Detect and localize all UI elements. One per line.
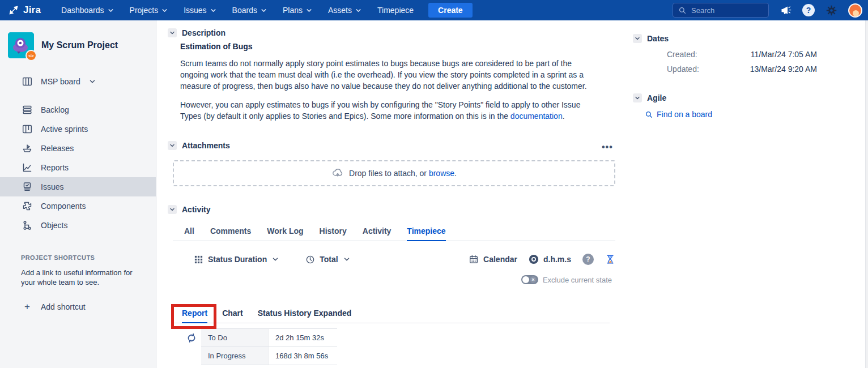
activity-section-header[interactable]: Activity	[168, 205, 211, 214]
megaphone-icon[interactable]	[780, 5, 792, 16]
nav-projects[interactable]: Projects	[130, 6, 169, 15]
nav-plans[interactable]: Plans	[283, 6, 313, 15]
duration-cell: 168d 3h 8m 56s	[268, 347, 337, 365]
search-icon	[678, 6, 687, 15]
cloud-upload-icon	[331, 167, 344, 179]
attachment-dropzone[interactable]: Drop files to attach, or browse.	[173, 160, 615, 186]
attachments-more-icon[interactable]: •••	[602, 142, 613, 152]
project-header: <> My Scrum Project	[0, 20, 156, 64]
search-icon	[645, 110, 653, 119]
tab-history[interactable]: History	[320, 226, 347, 241]
sidebar-item-reports[interactable]: Reports	[0, 158, 156, 177]
dates-section-header[interactable]: Dates	[633, 34, 669, 43]
global-search[interactable]	[673, 3, 769, 18]
chevron-down-icon	[107, 7, 114, 14]
chevron-down-icon	[305, 7, 313, 14]
issues-icon	[22, 181, 33, 192]
sidebar-item-issues[interactable]: Issues	[0, 177, 156, 196]
chart-icon	[22, 162, 33, 173]
board-selector[interactable]: MSP board	[0, 72, 156, 91]
nav-assets[interactable]: Assets	[328, 6, 362, 15]
tab-activity[interactable]: Activity	[363, 226, 392, 241]
table-row: To Do 2d 2h 15m 32s	[201, 329, 337, 347]
updated-date-row: Updated: 13/Mar/24 9:20 AM	[667, 65, 817, 74]
jira-logo[interactable]: Jira	[8, 5, 41, 16]
gear-icon[interactable]	[826, 5, 837, 16]
tab-chart[interactable]: Chart	[222, 309, 243, 323]
timepiece-report-tabs: Report Chart Status History Expanded	[173, 309, 610, 323]
refresh-icon[interactable]	[186, 332, 197, 346]
find-on-board-link[interactable]: Find on a board	[645, 110, 712, 119]
project-sidebar: <> My Scrum Project MSP board Backlog Ac…	[0, 20, 156, 368]
project-avatar: <>	[8, 32, 34, 58]
chevron-down-icon	[88, 78, 96, 85]
collapse-chevron-icon[interactable]	[168, 28, 177, 37]
sidebar-item-active-sprints[interactable]: Active sprints	[0, 119, 156, 139]
calendar-button[interactable]: Calendar	[469, 254, 517, 264]
sprints-icon	[22, 123, 33, 135]
view-selector-dropdown[interactable]: Status Duration	[194, 255, 279, 264]
puzzle-icon	[22, 200, 33, 212]
exclude-current-state-row: × Exclude current state	[173, 275, 612, 284]
tab-work-log[interactable]: Work Log	[267, 226, 303, 241]
attachments-section-header[interactable]: Attachments	[168, 141, 230, 150]
scrollbar[interactable]	[865, 20, 868, 368]
user-avatar[interactable]	[848, 3, 862, 18]
browse-link[interactable]: browse	[429, 169, 454, 178]
calendar-icon	[469, 254, 479, 264]
exclude-current-state-toggle[interactable]: ×	[521, 275, 538, 284]
tab-comments[interactable]: Comments	[210, 226, 251, 241]
nav-dashboards[interactable]: Dashboards	[61, 6, 114, 15]
sidebar-item-backlog[interactable]: Backlog	[0, 100, 156, 119]
collapse-chevron-icon[interactable]	[633, 93, 642, 102]
description-heading: Estimation of Bugs	[180, 42, 253, 51]
collapse-chevron-icon[interactable]	[633, 34, 642, 43]
help-icon[interactable]: ?	[802, 4, 815, 16]
jira-logo-text: Jira	[23, 5, 41, 16]
created-date-row: Created: 11/Mar/24 7:05 AM	[667, 50, 817, 59]
description-paragraph-2: However, you can apply estimates to bugs…	[180, 99, 601, 122]
collapse-chevron-icon[interactable]	[168, 141, 177, 150]
metric-selector-dropdown[interactable]: Total	[305, 255, 350, 264]
navbar-right: ?	[673, 3, 862, 18]
documentation-link[interactable]: documentation	[510, 112, 563, 121]
search-input[interactable]	[691, 6, 759, 15]
nav-boards[interactable]: Boards	[232, 6, 267, 15]
ship-icon	[22, 143, 33, 154]
dropzone-text: Drop files to attach, or browse.	[349, 169, 457, 178]
backlog-icon	[22, 104, 33, 115]
sidebar-item-objects[interactable]: Objects	[0, 216, 156, 235]
tab-all[interactable]: All	[184, 226, 194, 241]
project-name: My Scrum Project	[41, 40, 118, 50]
nav-timepiece[interactable]: Timepiece	[377, 6, 414, 15]
create-button[interactable]: Create	[428, 3, 473, 18]
status-duration-table: To Do 2d 2h 15m 32s In Progress 168d 3h …	[201, 328, 337, 365]
duration-format-button[interactable]: d.h.m.s	[529, 254, 571, 264]
project-shortcuts-text: Add a link to useful information for you…	[21, 268, 135, 287]
plus-icon: +	[22, 301, 33, 313]
description-section-header[interactable]: Description	[168, 28, 225, 37]
collapse-chevron-icon[interactable]	[168, 205, 177, 214]
nav-issues[interactable]: Issues	[184, 6, 216, 15]
timepiece-toolbar: Status Duration Total Calendar d.h.m.s ?	[173, 254, 615, 265]
timepiece-help-icon[interactable]: ?	[582, 254, 594, 265]
tab-report[interactable]: Report	[182, 309, 207, 323]
chevron-down-icon	[343, 255, 351, 263]
tab-status-history-expanded[interactable]: Status History Expanded	[258, 309, 352, 323]
add-shortcut-button[interactable]: + Add shortcut	[0, 297, 156, 316]
main-navigation: Dashboards Projects Issues Boards Plans …	[61, 6, 414, 15]
tab-timepiece[interactable]: Timepiece	[407, 226, 445, 241]
issue-main-content: Description Estimation of Bugs Scrum tea…	[156, 20, 868, 368]
hourglass-icon[interactable]	[605, 254, 615, 264]
description-paragraph-1: Scrum teams do not normally apply story …	[180, 58, 601, 92]
sidebar-item-releases[interactable]: Releases	[0, 139, 156, 158]
duration-cell: 2d 2h 15m 32s	[268, 329, 337, 346]
agile-section-header[interactable]: Agile	[633, 93, 666, 102]
table-row: In Progress 168d 3h 8m 56s	[201, 347, 337, 365]
timepiece-toolbar-right: Calendar d.h.m.s ?	[469, 254, 615, 265]
status-cell: To Do	[201, 329, 268, 346]
toggle-x-icon: ×	[530, 276, 537, 283]
sidebar-item-components[interactable]: Components	[0, 196, 156, 216]
chevron-down-icon	[355, 7, 362, 14]
jira-logo-icon	[8, 5, 19, 16]
